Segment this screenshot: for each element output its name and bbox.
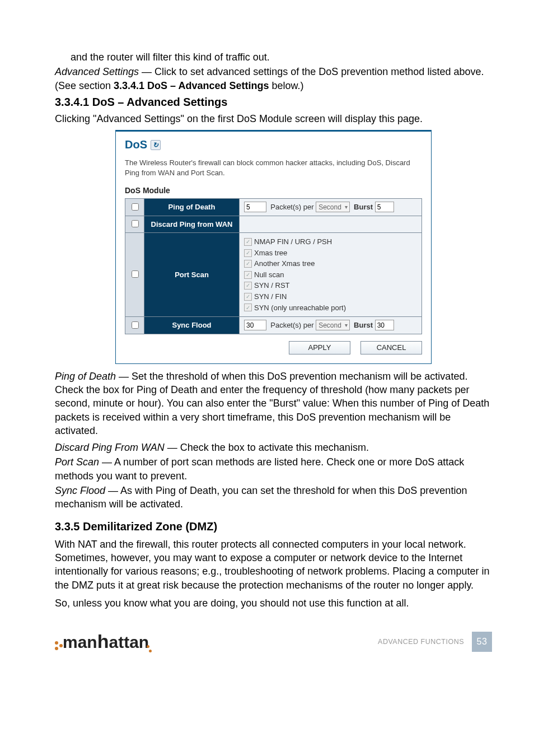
def-term: Ping of Death [55, 371, 116, 382]
opt-label: Xmas tree [254, 248, 287, 258]
heading-dmz: 3.3.5 Demilitarized Zone (DMZ) [55, 519, 492, 534]
ping-of-death-checkbox[interactable] [132, 203, 139, 211]
adv-settings-ref: 3.3.4.1 DoS – Advanced Settings [114, 80, 269, 91]
sync-flood-unit-select[interactable]: Second [316, 320, 350, 330]
row-name-ping-of-death: Ping of Death [144, 199, 240, 216]
cancel-button[interactable]: CANCEL [360, 341, 422, 354]
dos-panel-title: DoS ↻ [125, 137, 422, 152]
dos-module-heading: DoS Module [125, 185, 422, 196]
dmz-paragraph-2: So, unless you know what you are doing, … [55, 596, 492, 610]
ping-of-death-value-input[interactable] [244, 202, 266, 212]
dos-module-table: Ping of Death Packet(s) per Second Burst… [125, 198, 422, 334]
row-name-sync-flood: Sync Flood [144, 317, 240, 334]
opt-checkbox[interactable]: ✓ [244, 293, 252, 301]
opt-checkbox[interactable]: ✓ [244, 282, 252, 290]
brand-logo: manhattan [55, 629, 154, 655]
intro-advanced-settings: Advanced Settings — Click to set advance… [55, 65, 492, 92]
sync-flood-burst-label: Burst [354, 321, 373, 329]
opt-label: NMAP FIN / URG / PSH [254, 237, 332, 247]
page-number-badge: 53 [472, 632, 492, 652]
def-term: Port Scan [55, 456, 99, 468]
dos-panel: DoS ↻ The Wireless Router's firewall can… [115, 130, 432, 363]
dos-title-text: DoS [125, 137, 147, 152]
ping-of-death-mid-label: Packet(s) per [270, 203, 313, 211]
def-text: — A number of port scan methods are list… [55, 456, 464, 481]
ping-of-death-burst-label: Burst [354, 203, 373, 211]
opt-checkbox[interactable]: ✓ [244, 260, 252, 268]
row-name-port-scan: Port Scan [144, 233, 240, 317]
dmz-paragraph-1: With NAT and the firewall, this router p… [55, 538, 492, 592]
def-term: Sync Flood [55, 485, 105, 496]
def-discard-ping: Discard Ping From WAN — Check the box to… [55, 441, 492, 454]
opt-label: SYN (only unreachable port) [254, 303, 346, 313]
heading1-subtext: Clicking "Advanced Settings" on the firs… [55, 112, 492, 125]
def-term: Discard Ping From WAN [55, 442, 165, 453]
opt-checkbox[interactable]: ✓ [244, 271, 252, 279]
def-port-scan: Port Scan — A number of port scan method… [55, 455, 492, 483]
footer-section-label: ADVANCED FUNCTIONS [378, 637, 464, 647]
brand-name: manhattan [63, 629, 149, 655]
port-scan-options: ✓NMAP FIN / URG / PSH ✓Xmas tree ✓Anothe… [244, 235, 417, 314]
refresh-icon[interactable]: ↻ [151, 140, 161, 150]
heading-dos-advanced: 3.3.4.1 DoS – Advanced Settings [55, 95, 492, 110]
discard-ping-wan-checkbox[interactable] [132, 220, 139, 227]
opt-checkbox[interactable]: ✓ [244, 249, 252, 257]
row-name-discard-ping: Discard Ping from WAN [144, 216, 240, 233]
adv-settings-term: Advanced Settings [55, 66, 139, 77]
dos-panel-description: The Wireless Router's firewall can block… [125, 158, 422, 178]
def-text: — Set the threshold of when this DoS pre… [55, 371, 489, 436]
table-row: Port Scan ✓NMAP FIN / URG / PSH ✓Xmas tr… [125, 233, 422, 317]
ping-of-death-burst-input[interactable] [375, 202, 394, 212]
apply-button[interactable]: APPLY [289, 341, 350, 354]
intro-tail-text: and the router will filter this kind of … [55, 50, 492, 64]
sync-flood-value-input[interactable] [244, 320, 266, 330]
opt-label: Another Xmas tree [254, 259, 315, 269]
sync-flood-checkbox[interactable] [132, 321, 139, 329]
sync-flood-burst-input[interactable] [375, 320, 394, 330]
def-text: — Check the box to activate this mechani… [165, 442, 369, 453]
opt-checkbox[interactable]: ✓ [244, 304, 252, 311]
table-row: Discard Ping from WAN [125, 216, 422, 233]
table-row: Ping of Death Packet(s) per Second Burst [125, 199, 422, 216]
sync-flood-mid-label: Packet(s) per [270, 321, 313, 329]
port-scan-checkbox[interactable] [132, 270, 139, 278]
def-text: — As with Ping of Death, you can set the… [55, 485, 467, 510]
def-ping-of-death: Ping of Death — Set the threshold of whe… [55, 370, 492, 437]
opt-label: SYN / RST [254, 281, 290, 291]
ping-of-death-unit-select[interactable]: Second [316, 202, 350, 212]
def-sync-flood: Sync Flood — As with Ping of Death, you … [55, 484, 492, 511]
opt-label: SYN / FIN [254, 292, 287, 302]
adv-settings-tail: below.) [269, 80, 304, 91]
opt-checkbox[interactable]: ✓ [244, 238, 252, 246]
table-row: Sync Flood Packet(s) per Second Burst [125, 317, 422, 334]
opt-label: Null scan [254, 270, 284, 280]
